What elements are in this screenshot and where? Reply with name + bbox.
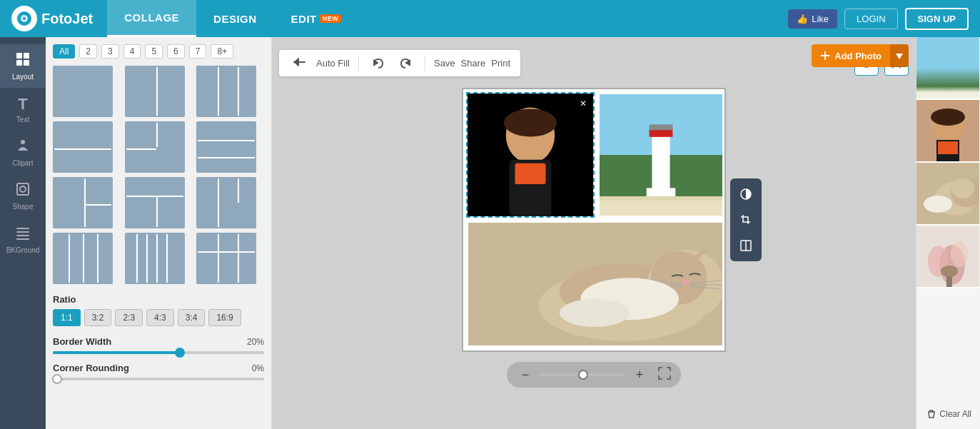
- main-container: Layout T Text Clipart Shape: [0, 37, 980, 429]
- zoom-out-button[interactable]: −: [517, 366, 534, 383]
- filter-tab-6[interactable]: 6: [167, 44, 185, 59]
- logo-text: FotoJet: [41, 11, 93, 27]
- filter-tab-5[interactable]: 5: [145, 44, 163, 59]
- sidebar-item-shape[interactable]: Shape: [0, 174, 46, 218]
- photo-thumb-2[interactable]: [916, 100, 979, 163]
- layout-thumb-6[interactable]: [196, 121, 256, 173]
- filter-tab-all[interactable]: All: [53, 44, 75, 59]
- svg-rect-55: [938, 141, 958, 154]
- clipart-icon: [15, 138, 31, 157]
- layout-panel: All 2 3 4 5 6 7 8+: [46, 37, 272, 429]
- nav-tab-collage[interactable]: COLLAGE: [107, 0, 196, 37]
- logo[interactable]: FotoJet: [11, 6, 93, 31]
- layout-thumb-2[interactable]: [125, 66, 185, 117]
- layout-thumb-9[interactable]: [196, 177, 256, 228]
- add-photo-button[interactable]: Add Photo: [812, 44, 890, 67]
- svg-point-24: [504, 108, 557, 136]
- svg-rect-4: [24, 53, 29, 59]
- svg-point-67: [941, 266, 958, 277]
- zoom-track[interactable]: [540, 373, 625, 376]
- collage-cell-2[interactable]: [597, 92, 724, 218]
- filter-tab-8plus[interactable]: 8+: [211, 44, 233, 59]
- photo-thumb-4[interactable]: [916, 226, 979, 288]
- logo-icon: [11, 6, 37, 31]
- border-width-thumb[interactable]: [175, 348, 185, 358]
- clear-all-button[interactable]: Clear All: [921, 405, 977, 423]
- sidebar-item-bkground[interactable]: BKGround: [0, 218, 46, 261]
- photo-lighthouse: [600, 94, 722, 216]
- corner-rounding-thumb[interactable]: [52, 374, 62, 384]
- svg-marker-70: [896, 54, 903, 59]
- fullscreen-button[interactable]: [658, 367, 671, 383]
- toolbar-divider-1: [358, 56, 359, 71]
- ratio-btn-16-9[interactable]: 16:9: [208, 309, 241, 326]
- zoom-in-button[interactable]: +: [631, 366, 648, 383]
- filter-tab-7[interactable]: 7: [189, 44, 207, 59]
- ratio-btn-4-3[interactable]: 4:3: [146, 309, 174, 326]
- svg-marker-17: [406, 61, 410, 65]
- print-label[interactable]: Print: [491, 58, 510, 69]
- corner-rounding-value: 0%: [252, 363, 264, 373]
- signup-button[interactable]: SIGN UP: [905, 8, 969, 30]
- login-button[interactable]: LOGIN: [844, 9, 897, 29]
- share-label[interactable]: Share: [461, 58, 486, 69]
- toolbar-divider-2: [425, 56, 425, 71]
- filter-tabs: All 2 3 4 5 6 7 8+: [53, 44, 264, 59]
- like-button[interactable]: 👍 Like: [788, 9, 837, 29]
- svg-point-48: [560, 299, 630, 327]
- photo-thumb-3[interactable]: [916, 163, 979, 226]
- sidebar-label-shape: Shape: [13, 203, 34, 211]
- layout-thumb-5[interactable]: [125, 121, 185, 173]
- filter-tab-4[interactable]: 4: [123, 44, 141, 59]
- contrast-button[interactable]: [734, 183, 757, 206]
- text-icon: T: [18, 95, 27, 113]
- svg-rect-32: [600, 196, 722, 201]
- nav-tabs: COLLAGE DESIGN EDIT NEW: [107, 0, 358, 37]
- save-label[interactable]: Save: [434, 58, 455, 69]
- undo-button[interactable]: [368, 56, 389, 71]
- collage-cell-3[interactable]: [466, 221, 724, 348]
- layout-thumb-12[interactable]: [196, 233, 256, 284]
- zoom-bar: − +: [507, 362, 681, 388]
- sidebar-item-text[interactable]: T Text: [0, 88, 46, 131]
- svg-rect-23: [515, 163, 545, 184]
- ratio-btn-2-3[interactable]: 2:3: [115, 309, 143, 326]
- layout-thumb-10[interactable]: [53, 233, 113, 284]
- nav-tab-edit[interactable]: EDIT NEW: [274, 0, 359, 37]
- photo-woman: [468, 94, 593, 216]
- add-photo-dropdown-button[interactable]: [890, 44, 909, 67]
- zoom-thumb[interactable]: [578, 370, 588, 380]
- border-width-track[interactable]: [53, 351, 264, 354]
- zoom-minus-icon: −: [522, 368, 530, 383]
- svg-marker-16: [374, 61, 378, 65]
- sidebar-item-clipart[interactable]: Clipart: [0, 131, 46, 174]
- collage-cell-1[interactable]: ✕: [466, 92, 595, 218]
- canvas-toolbar: Auto Fill Save Share Print: [279, 50, 520, 76]
- svg-point-65: [951, 241, 968, 267]
- photo-thumb-1[interactable]: [916, 37, 979, 100]
- layout-thumb-4[interactable]: [53, 121, 113, 173]
- sidebar-item-layout[interactable]: Layout: [0, 44, 46, 88]
- layout-thumb-8[interactable]: [125, 177, 185, 228]
- layout-thumb-3[interactable]: [196, 66, 256, 117]
- corner-rounding-track[interactable]: [53, 378, 264, 380]
- back-button[interactable]: [289, 54, 310, 72]
- ratio-btn-1-1[interactable]: 1:1: [53, 309, 81, 326]
- ratio-btn-3-4[interactable]: 3:4: [178, 309, 206, 326]
- nav-tab-design[interactable]: DESIGN: [196, 0, 274, 37]
- filter-tab-2[interactable]: 2: [79, 44, 97, 59]
- split-vertical-button[interactable]: [734, 234, 757, 257]
- layout-thumb-11[interactable]: [125, 233, 185, 284]
- layout-grid: [53, 66, 264, 284]
- filter-tab-3[interactable]: 3: [101, 44, 119, 59]
- layout-thumb-1[interactable]: [53, 66, 113, 117]
- ratio-btn-3-2[interactable]: 3:2: [84, 309, 112, 326]
- border-width-header: Border Width 20%: [53, 336, 264, 347]
- layout-thumb-7[interactable]: [53, 177, 113, 228]
- float-toolbar: [730, 178, 762, 261]
- auto-fill-label[interactable]: Auto Fill: [316, 58, 350, 69]
- crop-button[interactable]: [734, 208, 757, 231]
- redo-button[interactable]: [395, 56, 416, 71]
- corner-rounding-header: Corner Rounding 0%: [53, 363, 264, 373]
- close-cell-1-button[interactable]: ✕: [576, 96, 590, 111]
